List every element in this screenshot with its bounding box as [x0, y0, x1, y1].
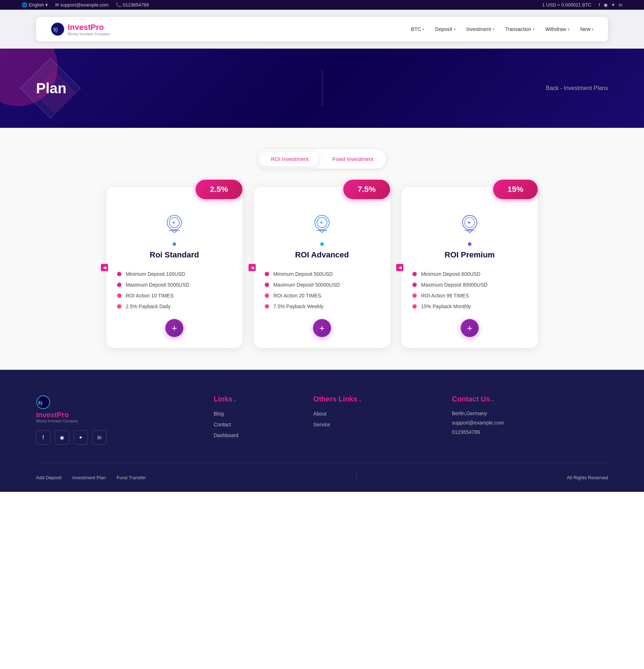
plan-name-advanced: ROI Advanced [254, 250, 390, 260]
facebook-icon[interactable]: f [599, 2, 600, 8]
footer-bottom-divider [356, 474, 357, 481]
plan-features-standard: Minimum Deposit 100USD Maximum Deposit 5… [106, 269, 242, 312]
footer-bottom: Add Deposit Investment Plan Fund Transfe… [36, 470, 608, 481]
card-arrow-left-2: ◀ [249, 264, 256, 271]
footer-others-section: Others Links. About Service [313, 395, 430, 445]
list-item: Contact [214, 421, 292, 428]
footer-fund-transfer-link[interactable]: Fund Transfer [117, 475, 146, 480]
linkedin-icon[interactable]: in [619, 2, 622, 8]
footer-email: support@example.com [452, 420, 608, 426]
topbar-social: f ◉ ✦ in [599, 2, 622, 8]
plan-card-advanced: 7.5% ★ ROI Advanced Minimum Deposit 500U… [254, 187, 390, 348]
plans-section: ROI Investment Fixed Investment 2.5% ★ R… [0, 128, 644, 370]
list-item: Maximum Deposit 50000USD [265, 279, 379, 290]
plan-icon-advanced: ★ [308, 210, 336, 239]
plan-dot-advanced [320, 242, 324, 246]
footer-logo: $) InvestPro Money Increase Company [36, 395, 192, 423]
list-item: Minimum Deposit 500USD [265, 269, 379, 279]
footer-social: f ◉ ✦ in [36, 430, 192, 445]
footer-phone: 0123654789 [452, 429, 608, 435]
footer-links-list: Blog Contact Dashboard [214, 410, 292, 439]
tabs-container: ROI Investment Fixed Investment [36, 149, 608, 169]
hero-divider [322, 70, 322, 106]
footer-logo-icon: $) [36, 395, 50, 409]
language-selector[interactable]: 🌐 English ▾ [22, 2, 48, 8]
tab-fixed-investment[interactable]: Fixed Investment [321, 151, 384, 167]
footer-contact-link[interactable]: Contact [214, 422, 231, 427]
tab-roi-investment[interactable]: ROI Investment [260, 151, 319, 167]
plan-features-premium: Minimum Deposit 600USD Maximum Deposit 8… [402, 269, 538, 312]
footer-add-deposit-link[interactable]: Add Deposit [36, 475, 62, 480]
card-arrow-left-3: ◀ [396, 264, 403, 271]
list-item: 2.5% Payback Daily [117, 301, 232, 312]
svg-text:★: ★ [467, 220, 471, 225]
svg-text:$): $) [38, 400, 43, 405]
svg-line-11 [318, 230, 322, 233]
plan-card-standard: 2.5% ★ Roi Standard Minimum Deposit 100U… [106, 187, 243, 348]
add-plan-button-premium[interactable]: + [461, 319, 479, 337]
nav-investment[interactable]: Investment▾ [466, 26, 494, 32]
list-item: Dashboard [214, 432, 292, 439]
nav-new[interactable]: New▾ [580, 26, 594, 32]
footer-links-section: Links. Blog Contact Dashboard [214, 395, 292, 445]
navbar: $) InvestPro Money Increase Company BTC▾… [36, 17, 608, 41]
list-item: About [313, 410, 430, 417]
nav-transaction[interactable]: Transaction▾ [505, 26, 535, 32]
footer-instagram-icon[interactable]: ◉ [55, 430, 69, 445]
hero-content: Plan [36, 80, 66, 96]
btc-rate: 1 USD = 0.000021 BTC [542, 2, 591, 8]
plan-icon-premium: ★ [455, 210, 484, 239]
svg-line-6 [174, 230, 178, 233]
list-item: Maximum Deposit 80000USD [412, 279, 527, 290]
list-item: 15% Payback Monthly [412, 301, 527, 312]
footer-contact-heading: Contact Us. [452, 395, 608, 403]
nav-withdraw[interactable]: Withdraw▾ [545, 26, 569, 32]
plan-badge-advanced: 7.5% [343, 180, 390, 199]
footer-links-heading: Links. [214, 395, 292, 403]
footer-service-link[interactable]: Service [313, 422, 330, 427]
svg-text:★: ★ [172, 220, 176, 225]
page-title: Plan [36, 80, 66, 96]
footer-twitter-icon[interactable]: ✦ [73, 430, 88, 445]
nav-btc[interactable]: BTC▾ [411, 26, 424, 32]
footer-copyright: All Rights Reserved [567, 475, 608, 480]
list-item: 7.5% Payback Weekly [265, 301, 379, 312]
footer-blog-link[interactable]: Blog [214, 411, 224, 417]
instagram-icon[interactable]: ◉ [604, 2, 608, 8]
svg-text:★: ★ [319, 220, 323, 225]
hero-section: Plan Back - Investment Plans [0, 49, 644, 128]
topbar-email: ✉ support@example.com [55, 2, 109, 8]
list-item: Maximum Deposit 5000USD [117, 279, 232, 290]
footer-about-link[interactable]: About [313, 411, 327, 417]
card-arrow-left-1: ◀ [101, 264, 108, 271]
nav-links: BTC▾ Deposit▾ Investment▾ Transaction▾ W… [411, 26, 594, 32]
plan-card-premium: 15% ★ ROI Premium Minimum Deposit 600USD… [401, 187, 538, 348]
plan-features-advanced: Minimum Deposit 500USD Maximum Deposit 5… [254, 269, 390, 312]
list-item: ROI Action 10 TIMES [117, 290, 232, 301]
plan-badge-premium: 15% [493, 180, 538, 199]
footer-divider [36, 463, 608, 463]
plan-dot-standard [173, 242, 176, 246]
footer-bottom-links: Add Deposit Investment Plan Fund Transfe… [36, 475, 146, 480]
plan-icon-standard: ★ [160, 210, 189, 239]
list-item: Blog [214, 410, 292, 417]
tabs: ROI Investment Fixed Investment [258, 149, 386, 169]
footer-brand: $) InvestPro Money Increase Company f ◉ … [36, 395, 192, 445]
footer-facebook-icon[interactable]: f [36, 430, 50, 445]
add-plan-button-standard[interactable]: + [165, 319, 183, 337]
topbar-phone: 📞 0123654789 [116, 2, 149, 8]
nav-deposit[interactable]: Deposit▾ [435, 26, 455, 32]
footer-grid: $) InvestPro Money Increase Company f ◉ … [36, 395, 608, 445]
footer: $) InvestPro Money Increase Company f ◉ … [0, 370, 644, 492]
add-plan-button-advanced[interactable]: + [313, 319, 331, 337]
footer-others-list: About Service [313, 410, 430, 428]
footer-dashboard-link[interactable]: Dashboard [214, 432, 238, 438]
footer-address: Berlin,Germany [452, 410, 608, 416]
logo[interactable]: $) InvestPro Money Increase Company [50, 22, 110, 36]
footer-others-heading: Others Links. [313, 395, 430, 403]
footer-linkedin-icon[interactable]: in [92, 430, 107, 445]
footer-investment-plan-link[interactable]: Investment Plan [72, 475, 106, 480]
plans-cards-row: 2.5% ★ Roi Standard Minimum Deposit 100U… [36, 187, 608, 348]
twitter-icon[interactable]: ✦ [611, 2, 615, 8]
footer-contact-info: Berlin,Germany support@example.com 01236… [452, 410, 608, 435]
